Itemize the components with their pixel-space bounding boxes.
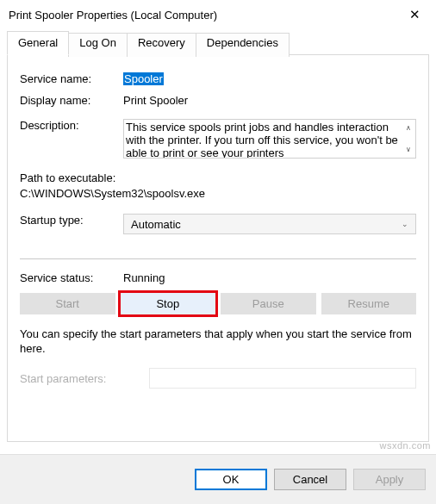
apply-button: Apply [353,469,426,490]
cancel-button[interactable]: Cancel [274,469,346,490]
ok-button[interactable]: OK [195,469,267,490]
value-service-status: Running [123,271,416,284]
startup-type-select[interactable]: Automatic ⌄ [123,214,416,234]
stop-button[interactable]: Stop [121,293,216,314]
value-path: C:\WINDOWS\System32\spoolsv.exe [20,186,416,202]
label-service-status: Service status: [20,271,123,284]
startup-type-value: Automatic [131,218,181,231]
label-start-params: Start parameters: [20,372,149,385]
chevron-down-icon: ⌄ [402,220,408,228]
value-service-name: Spooler [123,72,416,85]
divider [20,258,416,259]
start-params-input [149,368,416,389]
pause-button: Pause [221,293,316,314]
tab-general[interactable]: General [7,31,69,55]
description-box: This service spools print jobs and handl… [123,119,416,159]
label-path: Path to executable: [20,171,416,186]
dialog-body: General Log On Recovery Dependencies Ser… [0,28,436,442]
label-service-name: Service name: [20,72,123,85]
resume-button: Resume [321,293,417,314]
tab-strip: General Log On Recovery Dependencies [7,31,429,55]
dialog-footer: OK Cancel Apply [0,454,436,504]
tab-recovery[interactable]: Recovery [127,33,196,57]
close-icon[interactable]: ✕ [404,7,426,22]
label-description: Description: [20,119,123,132]
start-params-note: You can specify the start parameters tha… [20,327,416,356]
label-startup-type: Startup type: [20,214,123,227]
value-display-name: Print Spooler [123,94,416,107]
start-button: Start [20,293,115,314]
title-bar: Print Spooler Properties (Local Computer… [0,0,436,28]
tab-dependencies[interactable]: Dependencies [196,33,290,57]
tab-panel-general: Service name: Spooler Display name: Prin… [7,54,429,442]
description-scrollbar[interactable]: ∧ ∨ [402,120,415,158]
window-title: Print Spooler Properties (Local Computer… [9,9,217,22]
description-text: This service spools print jobs and handl… [126,121,415,159]
service-control-buttons: Start Stop Pause Resume [20,293,416,314]
service-name-highlight[interactable]: Spooler [123,72,164,85]
scroll-up-icon[interactable]: ∧ [406,121,411,134]
scroll-down-icon[interactable]: ∨ [406,143,411,156]
tab-log-on[interactable]: Log On [68,33,128,57]
label-display-name: Display name: [20,94,123,107]
